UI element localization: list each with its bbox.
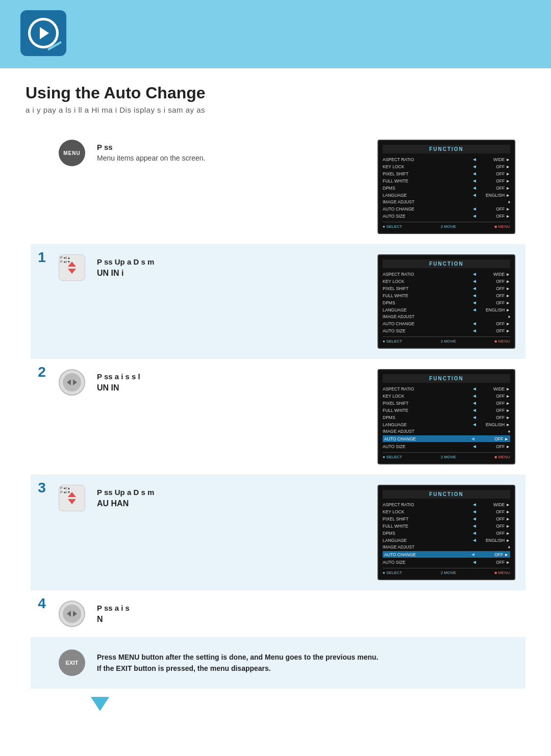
step-4-number: 4	[31, 595, 53, 612]
step-3-sub: AU HAN	[97, 499, 371, 508]
screen-title-2: FUNCTION	[383, 374, 510, 383]
arrow-right-icon	[73, 379, 77, 385]
step-1-sub: UN IN i	[97, 269, 371, 278]
step-2-row: 2 P ss a i s s l UN IN FUNCTION ASPECT R…	[31, 359, 525, 475]
step-4-main: P ss a i s	[97, 603, 371, 613]
step-4-row: 4 P ss a i s N	[31, 590, 525, 637]
step-1-icon-col: P◄I▲P◄I▼	[53, 249, 91, 286]
screen-title-1: FUNCTION	[383, 259, 510, 268]
exit-text: Press MENU button after the setting is d…	[91, 644, 525, 682]
step-2-icon-col	[53, 364, 91, 401]
exit-text-1: Press MENU button after the setting is d…	[97, 651, 519, 663]
intro-row: MENU P ss Menu items appear on the scree…	[31, 129, 525, 244]
menu-button[interactable]: MENU	[59, 140, 85, 166]
step-3-screen: FUNCTION ASPECT RATIO◄WIDE ► KEY LOCK◄OF…	[378, 480, 525, 585]
step-2-screen: FUNCTION ASPECT RATIO◄WIDE ► KEY LOCK◄OF…	[378, 364, 525, 470]
page-title: Using the Auto Change	[26, 84, 525, 102]
leftright-button-4[interactable]	[59, 601, 85, 627]
updown-button-1[interactable]: P◄I▲P◄I▼	[59, 254, 85, 281]
main-content: Using the Auto Change a i y pay a ls i l…	[0, 68, 551, 756]
intro-icon-col: MENU	[53, 135, 91, 171]
screen-preview-2: FUNCTION ASPECT RATIO◄WIDE ► KEY LOCK◄OF…	[378, 369, 515, 464]
intro-text: P ss Menu items appear on the screen.	[91, 135, 378, 169]
logo-play-icon	[40, 27, 49, 39]
step-4-icon-col	[53, 595, 91, 632]
step-1-text: P ss Up a D s m UN IN i	[91, 249, 378, 285]
step-2-main: P ss a i s s l	[97, 371, 371, 382]
step-1-number: 1	[31, 249, 53, 266]
lr-inner-4	[63, 605, 81, 623]
arrow-left-icon	[67, 379, 71, 385]
step-3-number: 3	[31, 480, 53, 496]
intro-main: P ss	[97, 142, 371, 152]
step-2-sub: UN IN	[97, 383, 371, 393]
down-arrow-icon	[91, 697, 109, 711]
logo	[20, 10, 66, 56]
step-1-row: 1 P◄I▲P◄I▼ P ss Up a D s m UN IN i FUNCT…	[31, 244, 525, 359]
step-1-screen: FUNCTION ASPECT RATIO◄WIDE ► KEY LOCK◄OF…	[378, 249, 525, 354]
lr-inner	[63, 373, 81, 392]
step-4-sub: N	[97, 615, 371, 624]
step-2-text: P ss a i s s l UN IN	[91, 364, 378, 400]
step-1-main: P ss Up a D s m	[97, 256, 371, 267]
exit-button[interactable]: EXIT	[59, 649, 85, 676]
intro-screen: FUNCTION ASPECT RATIO◄WIDE ► KEY LOCK◄OF…	[378, 135, 525, 239]
screen-title: FUNCTION	[383, 145, 510, 153]
steps-area: MENU P ss Menu items appear on the scree…	[31, 129, 525, 719]
intro-sub: Menu items appear on the screen.	[97, 154, 371, 162]
screen-preview-1: FUNCTION ASPECT RATIO◄WIDE ► KEY LOCK◄OF…	[378, 254, 515, 349]
arrow-right-icon-4	[73, 611, 77, 617]
exit-icon-col: EXIT	[53, 644, 91, 681]
screen-preview-3: FUNCTION ASPECT RATIO◄WIDE ► KEY LOCK◄OF…	[378, 485, 515, 580]
step-3-main: P ss Up a D s m	[97, 487, 371, 498]
header	[0, 0, 551, 66]
step-3-row: 3 P◄I▲P◄I▼ P ss Up a D s m AU HAN FUNCTI…	[31, 475, 525, 590]
logo-circle	[28, 18, 59, 48]
screen-preview-intro: FUNCTION ASPECT RATIO◄WIDE ► KEY LOCK◄OF…	[378, 140, 515, 234]
down-arrow-area	[31, 689, 525, 719]
spacer	[26, 719, 525, 756]
exit-text-2: If the EXIT button is pressed, the menu …	[97, 663, 519, 674]
screen-title-3: FUNCTION	[383, 490, 510, 499]
updown-button-3[interactable]: P◄I▲P◄I▼	[59, 485, 85, 511]
step-3-text: P ss Up a D s m AU HAN	[91, 480, 378, 515]
step-2-number: 2	[31, 364, 53, 380]
step-3-icon-col: P◄I▲P◄I▼	[53, 480, 91, 516]
exit-row: EXIT Press MENU button after the setting…	[31, 637, 525, 689]
leftright-button-2[interactable]	[59, 369, 85, 396]
step-4-screen-empty	[378, 595, 525, 606]
subtitle: a i y pay a ls i ll a Hi ma i Dis isplay…	[26, 106, 525, 114]
arrow-left-icon-4	[67, 611, 71, 617]
step-4-text: P ss a i s N	[91, 595, 378, 631]
